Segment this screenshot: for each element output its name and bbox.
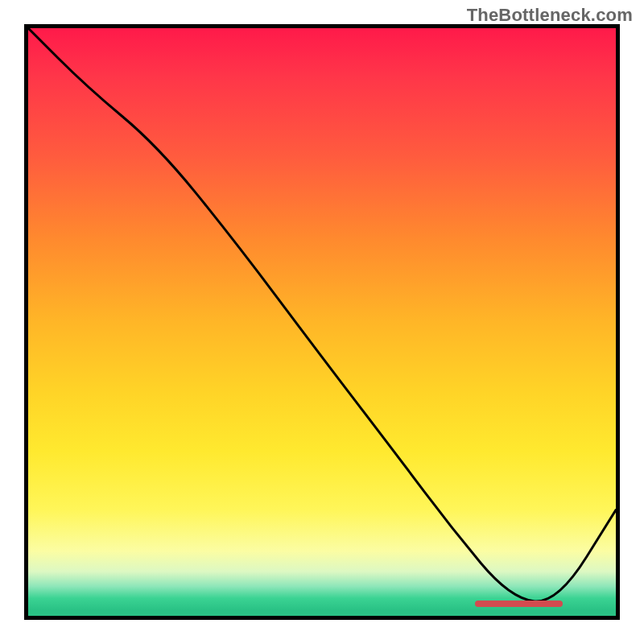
watermark-text: TheBottleneck.com bbox=[467, 5, 633, 26]
optimal-zone-marker bbox=[475, 601, 564, 607]
chart-plot-area bbox=[24, 24, 620, 620]
bottleneck-curve bbox=[28, 28, 616, 616]
